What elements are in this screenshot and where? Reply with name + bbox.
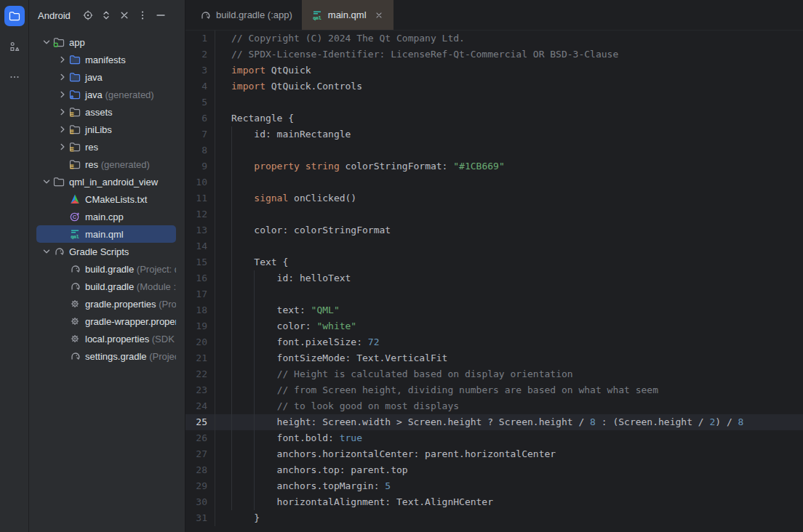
- code-line-11[interactable]: 11 signal onClicked(): [185, 190, 803, 206]
- line-number[interactable]: 4: [185, 78, 215, 94]
- collapse-all-button[interactable]: [119, 9, 130, 21]
- line-number[interactable]: 6: [185, 110, 215, 126]
- tree-chevron[interactable]: [40, 246, 53, 257]
- code-line-21[interactable]: 21 fontSizeMode: Text.VerticalFit: [185, 350, 803, 366]
- tree-item-build-gradle[interactable]: build.gradle (Project: q: [36, 260, 176, 278]
- code-line-20[interactable]: 20 font.pixelSize: 72: [185, 334, 803, 350]
- code-line-3[interactable]: 3import QtQuick: [185, 63, 803, 78]
- tree-item-res[interactable]: res (generated): [36, 156, 176, 173]
- line-number[interactable]: 29: [185, 478, 215, 494]
- structure-tool-button[interactable]: [4, 36, 25, 57]
- tab-close-button[interactable]: [374, 10, 384, 20]
- tree-chevron[interactable]: [56, 54, 69, 65]
- code-line-15[interactable]: 15 Text {: [185, 254, 803, 270]
- code-line-13[interactable]: 13 color: colorStringFormat: [185, 222, 803, 238]
- tree-item-java[interactable]: java (generated): [36, 86, 176, 103]
- tree-item-java[interactable]: java: [36, 68, 176, 86]
- line-number[interactable]: 7: [185, 126, 215, 142]
- line-number[interactable]: 5: [185, 94, 215, 110]
- tree-item-manifests[interactable]: manifests: [36, 51, 176, 68]
- tree-chevron[interactable]: [40, 176, 53, 188]
- tree-item-gradle-wrapper-proper[interactable]: gradle-wrapper.proper: [36, 313, 176, 330]
- line-number[interactable]: 2: [185, 47, 215, 63]
- line-number[interactable]: 23: [185, 382, 215, 398]
- code-line-2[interactable]: 2// SPDX-License-Identifier: LicenseRef-…: [185, 47, 803, 63]
- line-number[interactable]: 12: [185, 206, 215, 222]
- code-line-31[interactable]: 31 }: [185, 510, 803, 526]
- code-line-5[interactable]: 5: [185, 94, 803, 110]
- line-number[interactable]: 18: [185, 302, 215, 318]
- code-line-19[interactable]: 19 color: "white": [185, 318, 803, 334]
- more-vertical-button[interactable]: [137, 9, 148, 21]
- line-number[interactable]: 21: [185, 350, 215, 366]
- tree-item-main-qml[interactable]: qmlmain.qml: [36, 225, 176, 243]
- tree-item-build-gradle[interactable]: build.gradle (Module :a: [36, 278, 176, 295]
- tree-item-jnilibs[interactable]: jniLibs: [36, 121, 176, 138]
- code-line-27[interactable]: 27 anchors.horizontalCenter: parent.hori…: [185, 446, 803, 462]
- line-number[interactable]: 3: [185, 63, 215, 78]
- tree-chevron[interactable]: [56, 89, 69, 100]
- code-line-29[interactable]: 29 anchors.topMargin: 5: [185, 478, 803, 494]
- tree-chevron[interactable]: [56, 124, 69, 135]
- code-line-18[interactable]: 18 text: "QML": [185, 302, 803, 318]
- line-number[interactable]: 13: [185, 222, 215, 238]
- line-number[interactable]: 15: [185, 254, 215, 270]
- line-number[interactable]: 8: [185, 142, 215, 158]
- code-line-4[interactable]: 4import QtQuick.Controls: [185, 78, 803, 94]
- code-line-6[interactable]: 6Rectangle {: [185, 110, 803, 126]
- tree-item-cmakelists-txt[interactable]: CMakeLists.txt: [36, 190, 176, 208]
- editor-tab-main-qml[interactable]: qmlmain.qml: [302, 0, 393, 30]
- code-line-28[interactable]: 28 anchors.top: parent.top: [185, 462, 803, 478]
- tree-item-gradle-properties[interactable]: gradle.properties (Proj: [36, 295, 176, 313]
- tree-item-main-cpp[interactable]: Cmain.cpp: [36, 208, 176, 225]
- line-number[interactable]: 26: [185, 430, 215, 446]
- tree-item-qml-in-android-view[interactable]: qml_in_android_view: [36, 173, 176, 190]
- line-number[interactable]: 31: [185, 510, 215, 526]
- code-line-22[interactable]: 22 // Height is calculated based on disp…: [185, 366, 803, 382]
- line-number[interactable]: 19: [185, 318, 215, 334]
- tree-item-app[interactable]: app: [36, 33, 176, 51]
- code-line-1[interactable]: 1// Copyright (C) 2024 The Qt Company Lt…: [185, 31, 803, 47]
- more-horizontal-tool-button[interactable]: [4, 67, 25, 87]
- line-number[interactable]: 16: [185, 270, 215, 286]
- code-line-17[interactable]: 17: [185, 286, 803, 302]
- code-line-12[interactable]: 12: [185, 206, 803, 222]
- tree-item-res[interactable]: res: [36, 138, 176, 156]
- tree-chevron[interactable]: [56, 141, 69, 153]
- line-number[interactable]: 14: [185, 238, 215, 254]
- code-line-25[interactable]: 25 height: Screen.width > Screen.height …: [185, 414, 803, 430]
- code-line-30[interactable]: 30 horizontalAlignment: Text.AlignHCente…: [185, 494, 803, 510]
- line-number[interactable]: 22: [185, 366, 215, 382]
- code-line-8[interactable]: 8: [185, 142, 803, 158]
- editor-tab-build-gradle-app-[interactable]: build.gradle (:app): [190, 0, 302, 30]
- code-line-9[interactable]: 9 property string colorStringFormat: "#1…: [185, 158, 803, 174]
- project-folder-tool-button[interactable]: [4, 6, 25, 26]
- tree-item-local-properties[interactable]: local.properties (SDK L: [36, 330, 176, 347]
- code-line-24[interactable]: 24 // to look good on most displays: [185, 398, 803, 414]
- line-number[interactable]: 10: [185, 174, 215, 190]
- line-number[interactable]: 9: [185, 158, 215, 174]
- code-line-16[interactable]: 16 id: helloText: [185, 270, 803, 286]
- tree-item-settings-gradle[interactable]: settings.gradle (Projec: [36, 347, 176, 365]
- tree-item-gradle-scripts[interactable]: Gradle Scripts: [36, 243, 176, 260]
- code-line-14[interactable]: 14: [185, 238, 803, 254]
- line-number[interactable]: 28: [185, 462, 215, 478]
- line-number[interactable]: 20: [185, 334, 215, 350]
- line-number[interactable]: 24: [185, 398, 215, 414]
- code-line-7[interactable]: 7 id: mainRectangle: [185, 126, 803, 142]
- line-number[interactable]: 1: [185, 31, 215, 47]
- code-line-26[interactable]: 26 font.bold: true: [185, 430, 803, 446]
- tree-item-assets[interactable]: assets: [36, 103, 176, 121]
- line-number[interactable]: 11: [185, 190, 215, 206]
- line-number[interactable]: 27: [185, 446, 215, 462]
- tree-chevron[interactable]: [40, 36, 53, 48]
- hide-button[interactable]: [155, 9, 167, 21]
- expand-collapse-button[interactable]: [100, 9, 112, 21]
- project-view-selector[interactable]: Android: [38, 10, 71, 21]
- code-line-10[interactable]: 10: [185, 174, 803, 190]
- tree-chevron[interactable]: [56, 71, 69, 83]
- tree-chevron[interactable]: [56, 106, 69, 118]
- line-number[interactable]: 25: [185, 414, 215, 430]
- code-line-23[interactable]: 23 // from Screen height, dividing numbe…: [185, 382, 803, 398]
- locate-button[interactable]: [82, 9, 94, 21]
